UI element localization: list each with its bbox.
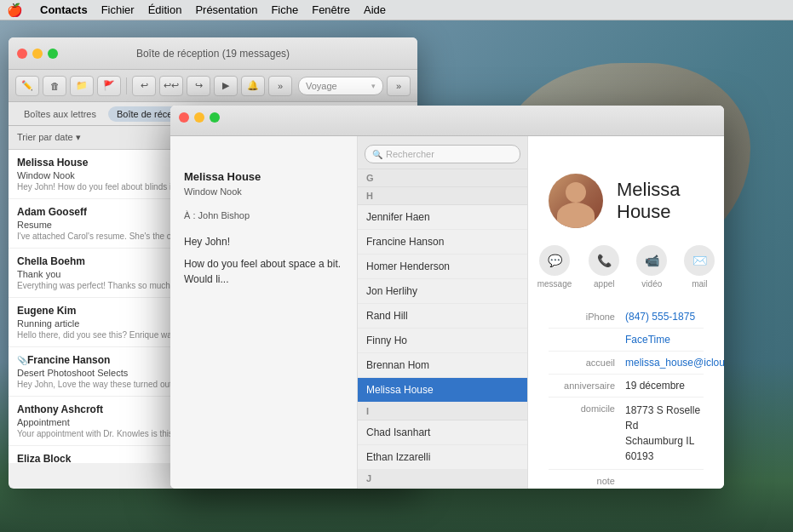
contact-fields: iPhone (847) 555-1875 FaceTime accueil m…	[549, 306, 704, 489]
mail-maximize-button[interactable]	[48, 49, 58, 59]
mail-flag-button[interactable]: 🚩	[97, 76, 121, 96]
mail-label: mail	[692, 279, 707, 289]
mail-forward-button[interactable]: ↪	[187, 76, 210, 96]
action-call[interactable]: 📞 appel	[589, 245, 619, 289]
contact-item-jennifer-haen[interactable]: Jennifer Haen	[358, 205, 527, 230]
mail-notify-button[interactable]: 🔔	[241, 76, 265, 96]
section-header-j: J	[358, 470, 527, 488]
tab-mailboxes[interactable]: Boîtes aux lettres	[15, 106, 105, 122]
menubar-fichier[interactable]: Fichier	[101, 3, 135, 16]
sort-label[interactable]: Trier par date ▾	[17, 132, 81, 143]
field-note: note	[549, 470, 704, 489]
contacts-maximize-button[interactable]	[210, 112, 220, 123]
contact-item-ethan-izzarelli[interactable]: Ethan Izzarelli	[358, 445, 527, 470]
contact-item-raffi-jilizian[interactable]: Raffi Jilizian	[358, 488, 527, 489]
video-label: vidéo	[641, 279, 662, 289]
email-pane-subject: Window Nook	[184, 186, 343, 197]
contact-actions: 💬 message 📞 appel 📹 vidéo ✉️ mail	[549, 245, 704, 289]
mail-window-buttons	[17, 49, 58, 59]
contacts-layout: Melissa House Window Nook À : John Bisho…	[170, 136, 724, 489]
menubar-fenetre[interactable]: Fenêtre	[312, 3, 350, 16]
contact-item-jon-herlihy[interactable]: Jon Herlihy	[358, 279, 527, 304]
mail-reply-button[interactable]: ↩	[132, 76, 156, 96]
contact-name: Melissa House	[617, 179, 704, 223]
mail-icon: ✉️	[684, 245, 715, 276]
menubar-aide[interactable]: Aide	[364, 3, 386, 16]
mail-archive-button[interactable]: 📁	[70, 76, 94, 96]
contacts-list: G H Jennifer Haen Francine Hanson Homer …	[358, 169, 527, 489]
attachment-icon: 📎	[17, 356, 24, 363]
call-label: appel	[594, 279, 614, 289]
contact-item-brennan-hom[interactable]: Brennan Hom	[358, 353, 527, 378]
action-mail[interactable]: ✉️ mail	[684, 245, 715, 289]
action-video[interactable]: 📹 vidéo	[636, 245, 667, 289]
section-header-g: G	[358, 169, 527, 187]
menubar-edition[interactable]: Édition	[148, 3, 182, 16]
mail-more-button[interactable]: ▶	[214, 76, 238, 96]
phone-label: iPhone	[549, 311, 625, 322]
video-icon: 📹	[636, 245, 667, 276]
email-context-pane: Melissa House Window Nook À : John Bisho…	[170, 136, 358, 489]
mail-move-button[interactable]: »	[268, 76, 292, 96]
mail-sender: 📎Francine Hanson	[17, 354, 110, 366]
menubar-app[interactable]: Contacts	[40, 3, 88, 16]
field-email: accueil melissa_house@icloud.com	[549, 352, 704, 375]
search-dropdown-icon[interactable]: ▾	[371, 82, 376, 90]
phone-value[interactable]: (847) 555-1875	[625, 311, 695, 323]
mail-sender: Adam Gooseff	[17, 206, 87, 218]
menubar: 🍎 Contacts Fichier Édition Présentation …	[0, 0, 793, 20]
contact-item-chad-isanhart[interactable]: Chad Isanhart	[358, 420, 527, 445]
mail-window-title: Boîte de réception (19 messages)	[136, 48, 290, 60]
section-header-i: I	[358, 403, 527, 420]
mail-sender: Chella Boehm	[17, 255, 85, 267]
contacts-window-buttons	[179, 112, 220, 123]
mail-reply-all-button[interactable]: ↩↩	[159, 76, 183, 96]
mail-search-bar[interactable]: Voyage ▾	[298, 77, 383, 95]
field-address: domicile 18773 S Roselle Rd Schaumburg I…	[549, 398, 704, 470]
mail-sender: Eugene Kim	[17, 305, 76, 317]
email-value[interactable]: melissa_house@icloud.com	[625, 357, 724, 369]
contacts-window: Melissa House Window Nook À : John Bisho…	[170, 106, 724, 489]
contact-item-francine-hanson[interactable]: Francine Hanson	[358, 230, 527, 255]
contact-item-melissa-house[interactable]: Melissa House	[358, 378, 527, 403]
contacts-titlebar	[170, 106, 724, 136]
address-label: domicile	[549, 403, 625, 414]
mail-delete-button[interactable]: 🗑	[43, 76, 66, 96]
mail-sender: Melissa House	[17, 157, 88, 169]
email-pane-greeting: Hey John!	[184, 234, 343, 249]
note-label: note	[549, 475, 625, 486]
facetime-label	[549, 334, 625, 335]
menubar-presentation[interactable]: Présentation	[195, 3, 257, 16]
message-icon: 💬	[539, 245, 570, 276]
phone-icon: 📞	[589, 245, 619, 276]
address-line1: 18773 S Roselle Rd	[625, 404, 700, 432]
contacts-search-placeholder[interactable]: Rechercher	[386, 149, 434, 159]
to-label: À :	[184, 210, 195, 220]
contacts-list-pane: 🔍 Rechercher G H Jennifer Haen Francine …	[358, 136, 528, 489]
contacts-minimize-button[interactable]	[194, 112, 204, 123]
mail-compose-button[interactable]: ✏️	[15, 76, 39, 96]
search-magnifier-icon: 🔍	[372, 150, 382, 159]
mail-titlebar: Boîte de réception (19 messages)	[9, 37, 417, 70]
mail-expand-button[interactable]: »	[387, 76, 411, 96]
address-value[interactable]: 18773 S Roselle Rd Schaumburg IL 60193	[625, 403, 704, 464]
field-facetime: FaceTime	[549, 329, 704, 352]
action-message[interactable]: 💬 message	[537, 245, 572, 289]
contact-item-rand-hill[interactable]: Rand Hill	[358, 304, 527, 329]
contact-item-finny-ho[interactable]: Finny Ho	[358, 329, 527, 353]
mail-toolbar: ✏️ 🗑 📁 🚩 ↩ ↩↩ ↪ ▶ 🔔 » Voyage ▾ »	[9, 70, 417, 102]
contact-header: Melissa House	[549, 157, 704, 228]
field-birthday: anniversaire 19 décembre	[549, 375, 704, 398]
apple-icon[interactable]: 🍎	[7, 3, 23, 18]
toolbar-separator-1	[126, 77, 127, 94]
facetime-value[interactable]: FaceTime	[625, 334, 670, 346]
message-label: message	[537, 279, 572, 289]
contact-detail-pane: Melissa House 💬 message 📞 appel 📹 vidéo	[528, 136, 724, 489]
mail-sender: Anthony Ashcroft	[17, 403, 103, 415]
menubar-fiche[interactable]: Fiche	[271, 3, 298, 16]
contact-item-homer-henderson[interactable]: Homer Henderson	[358, 255, 527, 279]
mail-close-button[interactable]	[17, 49, 27, 59]
contacts-close-button[interactable]	[179, 112, 189, 123]
contacts-search-bar: 🔍 Rechercher	[358, 136, 527, 169]
mail-minimize-button[interactable]	[32, 49, 43, 59]
